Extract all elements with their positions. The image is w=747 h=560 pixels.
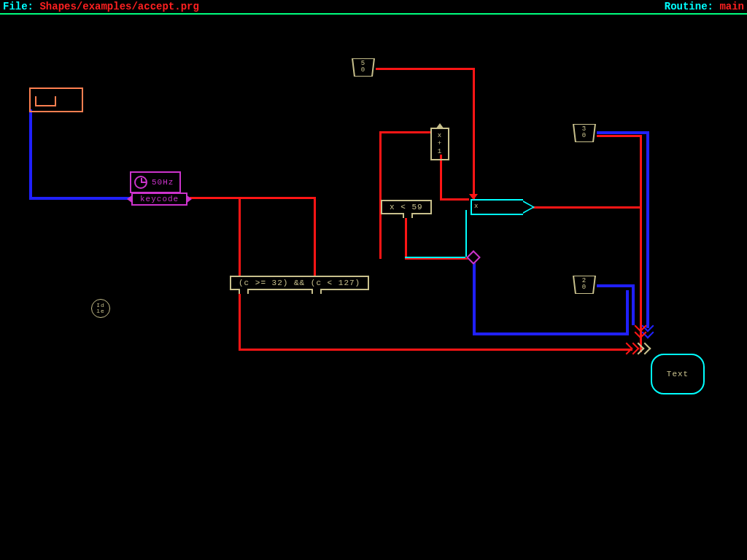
svg-marker-0 xyxy=(352,58,374,77)
char-condition-node[interactable]: (c >= 32) && (c < 127) xyxy=(230,276,369,290)
expr-port-icon xyxy=(311,289,322,294)
keyboard-source-node[interactable] xyxy=(29,88,83,112)
routine-label: Routine: xyxy=(665,1,713,12)
chevron-right-icon xyxy=(636,344,649,353)
wire-red xyxy=(190,197,314,199)
file-path: Shapes/examples/accept.prg xyxy=(39,1,198,12)
text-sink-node[interactable]: Text xyxy=(651,354,705,394)
clock-icon xyxy=(134,176,147,189)
keycode-node[interactable]: keycode xyxy=(131,192,187,206)
wire-cyan xyxy=(405,257,465,258)
keyboard-icon xyxy=(35,96,56,106)
idle-text: le xyxy=(96,308,105,314)
wire-red xyxy=(597,135,642,137)
svg-marker-2 xyxy=(573,276,595,294)
file-group: File: Shapes/examples/accept.prg xyxy=(3,1,199,12)
wire-red xyxy=(440,198,469,201)
routine-group: Routine: main xyxy=(665,1,744,12)
triangle-icon xyxy=(523,201,535,214)
wire-blue xyxy=(597,284,633,287)
svg-marker-1 xyxy=(573,124,595,142)
char-condition-expr: (c >= 32) && (c < 127) xyxy=(239,279,360,287)
idle-node[interactable]: Id le xyxy=(91,299,110,318)
keycode-label: keycode xyxy=(140,195,179,203)
wire-red xyxy=(376,68,474,70)
wire-blue xyxy=(597,131,648,134)
wire-red xyxy=(379,131,432,133)
routine-name: main xyxy=(719,1,744,12)
incr-line: 1 xyxy=(432,148,448,156)
incr-line: + xyxy=(432,140,448,148)
wire-red xyxy=(314,197,316,283)
wire-red xyxy=(405,213,407,259)
wire-blue xyxy=(473,332,627,335)
mux-port-label: x xyxy=(474,203,478,210)
file-label: File: xyxy=(3,1,34,12)
expr-port-icon xyxy=(403,213,413,218)
wire-red xyxy=(239,349,632,351)
wire-blue xyxy=(626,290,629,335)
wire-blue xyxy=(632,284,635,325)
constant-30-node[interactable]: 3 0 xyxy=(571,124,597,142)
junction-diamond-icon xyxy=(466,250,481,265)
constant-50-node[interactable]: 5 0 xyxy=(350,58,376,77)
wire-red xyxy=(239,197,241,350)
wire-blue xyxy=(29,197,131,200)
wire-red xyxy=(379,131,382,259)
arrow-down-icon xyxy=(469,194,478,200)
timer-node[interactable]: 50Hz xyxy=(130,171,181,193)
wire-red xyxy=(440,155,442,198)
text-sink-label: Text xyxy=(667,370,689,378)
x-condition-expr: x < 59 xyxy=(390,203,423,211)
wire-blue xyxy=(29,109,32,197)
constant-20-node[interactable]: 2 0 xyxy=(571,276,597,294)
mux-node[interactable]: x xyxy=(471,199,523,215)
title-bar: File: Shapes/examples/accept.prg Routine… xyxy=(0,0,747,15)
wire-red xyxy=(473,68,475,199)
wire-blue xyxy=(646,131,649,328)
diagram-canvas[interactable]: 50Hz keycode (c >= 32) && (c < 127) x < … xyxy=(0,15,747,560)
x-condition-node[interactable]: x < 59 xyxy=(381,200,432,214)
timer-label: 50Hz xyxy=(152,178,174,187)
wire-red xyxy=(533,206,642,209)
wire-blue xyxy=(473,257,476,334)
incr-line: x xyxy=(432,132,448,140)
expr-port-icon xyxy=(239,289,249,294)
increment-node[interactable]: x + 1 xyxy=(430,128,449,160)
chevron-down-icon xyxy=(636,324,645,337)
wire-cyan xyxy=(465,210,467,257)
